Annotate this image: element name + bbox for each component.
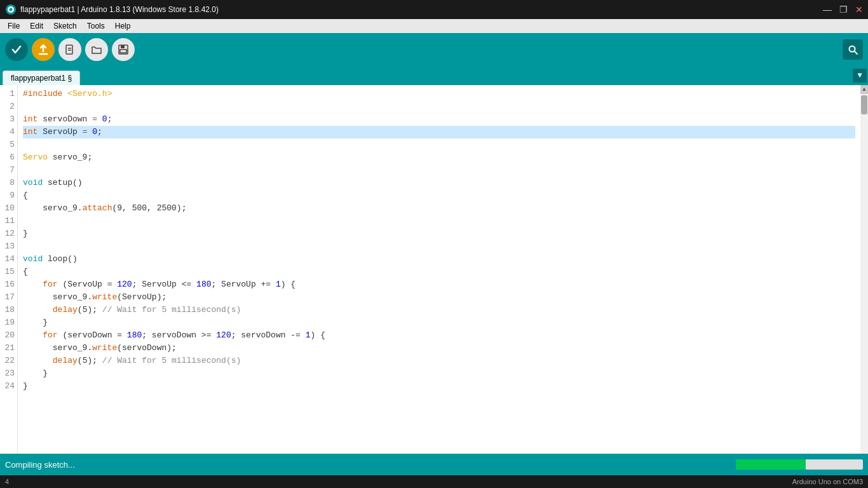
app-logo: [5, 4, 17, 15]
code-token: int: [23, 113, 37, 126]
code-token: // Wait for 5 millisecond(s): [102, 304, 241, 316]
code-token: delay: [53, 304, 78, 316]
code-token: 120: [117, 278, 132, 291]
code-token: =: [83, 126, 88, 139]
code-token: servo_9.: [23, 342, 92, 355]
line-number: 24: [3, 380, 15, 393]
status-bar: Compiling sketch...: [0, 454, 868, 475]
svg-line-11: [855, 51, 857, 54]
menu-edit[interactable]: Edit: [25, 20, 48, 32]
code-token: servo_9;: [48, 151, 92, 164]
code-token: for: [43, 278, 57, 291]
code-line: delay(5); // Wait for 5 millisecond(s): [23, 304, 855, 316]
close-button[interactable]: ✕: [855, 4, 863, 15]
editor-tab[interactable]: flappypaperbat1 §: [3, 71, 80, 85]
code-token: (5);: [78, 304, 102, 316]
code-token: (servoDown);: [117, 342, 177, 355]
save-button[interactable]: [112, 38, 135, 61]
code-token: =: [92, 113, 97, 126]
progress-bar-fill: [736, 459, 806, 470]
code-token: (servoDown =: [58, 329, 127, 342]
code-line: int servoDown = 0;: [23, 113, 855, 126]
line-number: 13: [3, 240, 15, 253]
new-button[interactable]: [58, 38, 81, 61]
window-controls: — ❐ ✕: [823, 4, 863, 15]
code-token: servoDown: [37, 113, 92, 126]
code-line: for (servoDown = 180; servoDown >= 120; …: [23, 329, 855, 342]
code-line: Servo servo_9;: [23, 151, 855, 164]
line-number: 6: [3, 151, 15, 164]
code-token: write: [92, 342, 117, 355]
line-number: 2: [3, 100, 15, 113]
code-line: void loop(): [23, 253, 855, 266]
menu-help[interactable]: Help: [110, 20, 136, 32]
code-token: 180: [196, 278, 211, 291]
code-token: for: [43, 329, 57, 342]
code-line: }: [23, 227, 855, 240]
line-number: 10: [3, 202, 15, 215]
bottom-bar: 4 Arduino Uno on COM3: [0, 475, 868, 488]
code-line: #include <Servo.h>: [23, 88, 855, 100]
code-line: }: [23, 380, 855, 393]
line-number: 15: [3, 266, 15, 278]
code-token: write: [92, 291, 117, 304]
svg-rect-8: [121, 45, 125, 48]
vertical-scrollbar[interactable]: ▲: [860, 85, 868, 454]
code-line: int ServoUp = 0;: [23, 126, 855, 139]
code-token: }: [23, 367, 48, 380]
open-button[interactable]: [85, 38, 108, 61]
board-indicator: Arduino Uno on COM3: [792, 478, 863, 485]
menu-sketch[interactable]: Sketch: [48, 20, 82, 32]
search-icon: [848, 44, 858, 55]
code-token: ) {: [311, 329, 325, 342]
code-token: delay: [53, 355, 78, 367]
code-token: (5);: [78, 355, 102, 367]
line-number: 8: [3, 177, 15, 189]
line-number: 9: [3, 189, 15, 202]
scroll-up-arrow[interactable]: ▲: [860, 85, 868, 94]
save-icon: [118, 44, 129, 55]
code-line: }: [23, 316, 855, 329]
line-number: 3: [3, 113, 15, 126]
svg-rect-9: [120, 50, 126, 53]
code-token: ) {: [281, 278, 295, 291]
scroll-thumb[interactable]: [861, 95, 867, 114]
line-number: 18: [3, 304, 15, 316]
code-token: {: [23, 266, 28, 278]
code-token: [23, 278, 43, 291]
code-token: 0: [87, 126, 97, 139]
maximize-button[interactable]: ❐: [839, 4, 848, 15]
code-token: }: [23, 316, 48, 329]
code-line: [23, 164, 855, 177]
code-line: [23, 139, 855, 151]
title-bar: flappypaperbat1 | Arduino 1.8.13 (Window…: [0, 0, 868, 19]
line-number: 17: [3, 291, 15, 304]
code-line: servo_9.write(servoDown);: [23, 342, 855, 355]
code-token: // Wait for 5 millisecond(s): [102, 355, 241, 367]
code-token: ; ServoUp <=: [132, 278, 196, 291]
upload-button[interactable]: [32, 38, 55, 61]
code-token: void: [23, 177, 43, 189]
code-token: 0: [97, 113, 107, 126]
menu-tools[interactable]: Tools: [82, 20, 110, 32]
code-line: servo_9.attach(9, 500, 2500);: [23, 202, 855, 215]
progress-bar-wrapper: [736, 459, 863, 470]
code-token: 180: [127, 329, 142, 342]
code-token: int: [23, 126, 37, 139]
upload-icon: [37, 44, 49, 55]
code-line: [23, 100, 855, 113]
code-token: (9, 500, 2500);: [112, 202, 186, 215]
code-token: }: [23, 380, 28, 393]
code-token: servo_9.: [23, 291, 92, 304]
search-button[interactable]: [843, 39, 863, 60]
code-token: [23, 329, 43, 342]
line-number: 1: [3, 88, 15, 100]
code-line: void setup(): [23, 177, 855, 189]
code-area[interactable]: #include <Servo.h> int servoDown = 0;int…: [18, 85, 860, 454]
code-token: <Servo.h>: [67, 88, 112, 100]
menu-file[interactable]: File: [3, 20, 25, 32]
editor-wrapper: 123456789101112131415161718192021222324 …: [0, 85, 868, 454]
verify-button[interactable]: [5, 38, 28, 61]
minimize-button[interactable]: —: [823, 4, 832, 15]
tab-dropdown[interactable]: ▼: [853, 69, 867, 83]
